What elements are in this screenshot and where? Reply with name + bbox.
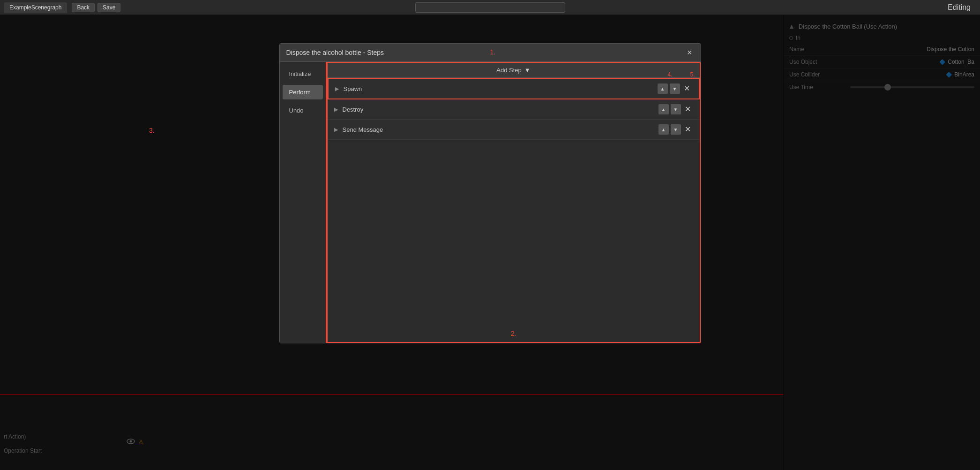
top-bar: ExampleScenegraph Back Save Editing bbox=[0, 0, 980, 15]
modal-body: Initialize Perform Undo Add Step ▼ bbox=[280, 62, 701, 343]
editing-label: Editing bbox=[948, 3, 971, 12]
send-message-controls: ▲ ▼ ✕ bbox=[658, 124, 693, 135]
modal-sidebar: Initialize Perform Undo bbox=[280, 62, 327, 343]
modal-header: Dispose the alcohol bottle - Steps 1. × bbox=[280, 44, 701, 62]
sidebar-item-initialize[interactable]: Initialize bbox=[283, 67, 323, 81]
save-button[interactable]: Save bbox=[97, 3, 120, 12]
undo-label: Undo bbox=[289, 107, 304, 114]
modal-title: Dispose the alcohol bottle - Steps bbox=[286, 49, 384, 56]
send-message-move-up-button[interactable]: ▲ bbox=[658, 124, 669, 135]
perform-label: Perform bbox=[289, 89, 311, 96]
modal-dialog: Dispose the alcohol bottle - Steps 1. × … bbox=[279, 43, 701, 343]
annotation-5: 5. bbox=[690, 71, 695, 78]
spawn-step-name: Spawn bbox=[344, 85, 658, 92]
send-message-expand-icon: ▶ bbox=[334, 127, 338, 133]
main-area: rt Action) ⚠ Operation Start ▲ Dispose t… bbox=[0, 15, 980, 470]
add-step-label: Add Step bbox=[496, 67, 522, 74]
add-step-bar[interactable]: Add Step ▼ bbox=[328, 63, 700, 78]
spawn-expand-icon: ▶ bbox=[335, 86, 339, 92]
step-row-spawn[interactable]: 4. 5. ▶ Spawn ▲ ▼ ✕ bbox=[328, 78, 700, 99]
spawn-controls: ▲ ▼ ✕ bbox=[658, 83, 692, 94]
sidebar-item-perform[interactable]: Perform bbox=[283, 85, 323, 99]
steps-list: 4. 5. ▶ Spawn ▲ ▼ ✕ ▶ bbox=[328, 78, 700, 140]
spawn-move-up-button[interactable]: ▲ bbox=[658, 83, 668, 94]
modal-content: Add Step ▼ 4. 5. ▶ Spawn ▲ bbox=[327, 62, 701, 343]
send-message-move-down-button[interactable]: ▼ bbox=[671, 124, 681, 135]
step-row-send-message[interactable]: ▶ Send Message ▲ ▼ ✕ bbox=[328, 120, 700, 140]
destroy-expand-icon: ▶ bbox=[334, 106, 338, 113]
destroy-step-name: Destroy bbox=[343, 106, 658, 113]
modal-overlay: 3. Dispose the alcohol bottle - Steps 1.… bbox=[0, 15, 980, 470]
sidebar-item-undo[interactable]: Undo bbox=[283, 103, 323, 118]
destroy-controls: ▲ ▼ ✕ bbox=[658, 104, 693, 114]
tab-label[interactable]: ExampleScenegraph bbox=[4, 2, 67, 13]
destroy-delete-button[interactable]: ✕ bbox=[683, 104, 693, 114]
back-button[interactable]: Back bbox=[72, 3, 95, 12]
top-bar-buttons: Back Save bbox=[72, 3, 120, 12]
spawn-move-down-button[interactable]: ▼ bbox=[670, 83, 680, 94]
search-input[interactable] bbox=[419, 4, 562, 11]
send-message-delete-button[interactable]: ✕ bbox=[683, 124, 693, 135]
search-bar[interactable] bbox=[415, 2, 565, 13]
destroy-move-down-button[interactable]: ▼ bbox=[671, 104, 681, 114]
annotation-1: 1. bbox=[490, 48, 496, 56]
modal-close-button[interactable]: × bbox=[685, 48, 694, 57]
spawn-delete-button[interactable]: ✕ bbox=[682, 83, 692, 94]
step-row-destroy[interactable]: ▶ Destroy ▲ ▼ ✕ bbox=[328, 99, 700, 120]
send-message-step-name: Send Message bbox=[343, 126, 658, 133]
add-step-arrow-icon: ▼ bbox=[524, 67, 531, 74]
annotation-4: 4. bbox=[667, 71, 672, 78]
destroy-move-up-button[interactable]: ▲ bbox=[658, 104, 669, 114]
initialize-label: Initialize bbox=[289, 70, 311, 77]
annotation-3: 3. bbox=[149, 127, 155, 134]
annotation-2: 2. bbox=[511, 330, 516, 337]
